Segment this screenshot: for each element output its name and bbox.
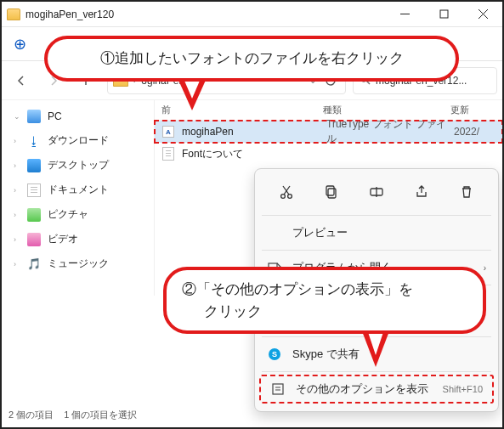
sidebar-item-desktop[interactable]: ›デスクトップ (2, 153, 154, 178)
share-button[interactable] (409, 179, 434, 205)
separator (262, 250, 491, 251)
svg-line-9 (283, 186, 289, 195)
chevron-right-icon: › (14, 186, 20, 195)
separator (262, 215, 491, 216)
delete-button[interactable] (454, 179, 479, 205)
svg-rect-15 (273, 384, 283, 394)
file-row-selected[interactable]: A mogihaPen TrueType フォント ファイル 2022/ (155, 121, 502, 143)
skype-icon: S (267, 348, 282, 360)
annotation-text: クリック (182, 301, 467, 323)
document-icon (27, 183, 41, 197)
svg-point-7 (287, 195, 292, 199)
context-item-label: プレビュー (292, 225, 486, 240)
sidebar-item-label: デスクトップ (48, 158, 109, 172)
chevron-right-icon: › (14, 235, 20, 244)
titlebar: mogihaPen_ver120 (2, 2, 502, 27)
sidebar-item-downloads[interactable]: ›⭳ダウンロード (2, 128, 154, 153)
separator (262, 371, 491, 372)
svg-line-8 (284, 186, 290, 195)
column-header-date[interactable]: 更新 (450, 104, 469, 116)
svg-point-6 (280, 195, 285, 199)
context-item-label: その他のオプションを表示 (296, 381, 433, 397)
sidebar-item-label: ドキュメント (48, 183, 109, 197)
annotation-text: ①追加したいフォントのファイルを右クリック (100, 50, 404, 66)
chevron-right-icon: › (484, 263, 486, 273)
sidebar-item-label: ピクチャ (48, 207, 88, 222)
rename-button[interactable] (364, 179, 389, 205)
chevron-down-icon: ⌄ (14, 112, 20, 121)
pictures-icon (27, 208, 41, 222)
chevron-right-icon: › (14, 211, 20, 219)
sidebar-item-music[interactable]: ›🎵ミュージック (2, 251, 154, 276)
window-title: mogihaPen_ver120 (25, 8, 114, 20)
minimize-button[interactable] (385, 2, 424, 27)
folder-icon (7, 8, 20, 20)
sidebar-item-videos[interactable]: ›ビデオ (2, 227, 154, 251)
file-name: mogihaPen (182, 126, 326, 138)
sidebar-item-label: ミュージック (48, 257, 109, 271)
music-icon: 🎵 (27, 257, 41, 271)
close-button[interactable] (463, 2, 502, 27)
sidebar-item-label: ダウンロード (48, 133, 109, 148)
sidebar-item-pc[interactable]: ⌄PC (2, 104, 154, 128)
context-item-preview[interactable]: プレビュー (255, 217, 498, 248)
status-selection: 1 個の項目を選択 (64, 409, 137, 421)
sidebar-item-label: ビデオ (48, 232, 78, 246)
maximize-button[interactable] (424, 2, 463, 27)
context-item-shortcut: Shift+F10 (443, 384, 483, 394)
sidebar: ⌄PC ›⭳ダウンロード ›デスクトップ ›ドキュメント ›ピクチャ ›ビデオ … (2, 100, 155, 296)
file-name: Fontについて (182, 147, 326, 161)
more-options-icon (270, 382, 286, 396)
annotation-callout-1: ①追加したいフォントのファイルを右クリック (44, 36, 459, 82)
font-file-icon: A (161, 125, 175, 138)
sidebar-item-documents[interactable]: ›ドキュメント (2, 178, 154, 202)
chevron-right-icon: › (14, 137, 20, 145)
chevron-right-icon: › (14, 161, 20, 170)
file-date: 2022/ (454, 126, 479, 138)
cut-button[interactable] (274, 179, 299, 205)
sidebar-item-pictures[interactable]: ›ピクチャ (2, 202, 154, 227)
callout-tail (177, 76, 207, 110)
callout-tail (362, 331, 389, 367)
copy-button[interactable] (319, 179, 344, 205)
desktop-icon (27, 159, 41, 172)
annotation-callout-2: ②「その他のオプションの表示」を クリック (163, 267, 486, 334)
context-item-more-options[interactable]: その他のオプションを表示 Shift+F10 (258, 374, 495, 404)
context-item-label: Skype で共有 (292, 347, 486, 362)
download-icon: ⭳ (27, 134, 41, 148)
sidebar-item-label: PC (48, 110, 62, 122)
back-button[interactable] (7, 66, 36, 95)
file-type: TrueType フォント ファイル (326, 117, 454, 146)
pc-icon (27, 110, 41, 123)
text-file-icon (161, 147, 175, 161)
annotation-text: ②「その他のオプションの表示」を (182, 279, 467, 301)
svg-rect-1 (440, 10, 448, 18)
context-icon-row (255, 174, 498, 213)
new-tab-button[interactable]: ⊕ (7, 31, 32, 57)
column-header-type[interactable]: 種類 (323, 104, 450, 116)
chevron-right-icon: › (14, 260, 20, 268)
status-item-count: 2 個の項目 (8, 409, 54, 421)
videos-icon (27, 233, 41, 246)
status-bar: 2 個の項目 1 個の項目を選択 (3, 404, 142, 426)
